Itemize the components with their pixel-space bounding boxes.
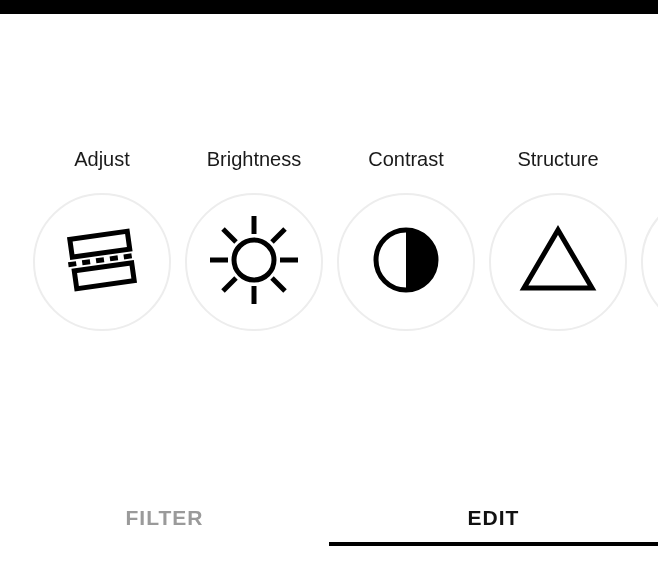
svg-line-13 <box>272 278 285 291</box>
edit-tool-icon-circle <box>489 193 627 331</box>
tab-filter[interactable]: FILTER <box>0 490 329 546</box>
brightness-icon <box>204 210 304 314</box>
edit-tools-row: Adjust Brightness <box>0 14 658 331</box>
edit-tool-label: Adjust <box>74 148 130 171</box>
svg-line-6 <box>124 256 132 257</box>
structure-icon <box>518 224 598 300</box>
edit-tool-label: Structure <box>517 148 598 171</box>
bottom-tab-bar: FILTER EDIT <box>0 490 658 546</box>
edit-tool-brightness[interactable]: Brightness <box>178 148 330 331</box>
top-black-bar <box>0 0 658 14</box>
contrast-icon <box>371 225 441 299</box>
svg-line-3 <box>82 262 90 263</box>
edit-tool-icon-circle <box>337 193 475 331</box>
edit-tool-icon-circle <box>185 193 323 331</box>
svg-line-14 <box>272 229 285 242</box>
edit-tool-warmth-partial[interactable]: W <box>634 148 658 331</box>
svg-line-12 <box>223 229 236 242</box>
edit-tool-icon-circle <box>33 193 171 331</box>
edit-tool-label: Brightness <box>207 148 302 171</box>
edit-tool-icon-circle <box>641 193 658 331</box>
edit-tool-structure[interactable]: Structure <box>482 148 634 331</box>
svg-point-7 <box>234 240 274 280</box>
svg-line-15 <box>223 278 236 291</box>
svg-rect-0 <box>70 231 130 257</box>
svg-line-2 <box>68 264 76 265</box>
tab-edit[interactable]: EDIT <box>329 490 658 546</box>
edit-tool-adjust[interactable]: Adjust <box>26 148 178 331</box>
edit-tool-contrast[interactable]: Contrast <box>330 148 482 331</box>
adjust-icon <box>63 221 141 303</box>
svg-line-4 <box>96 260 104 261</box>
svg-line-5 <box>110 258 118 259</box>
edit-tool-label: Contrast <box>368 148 444 171</box>
svg-rect-1 <box>74 263 134 289</box>
